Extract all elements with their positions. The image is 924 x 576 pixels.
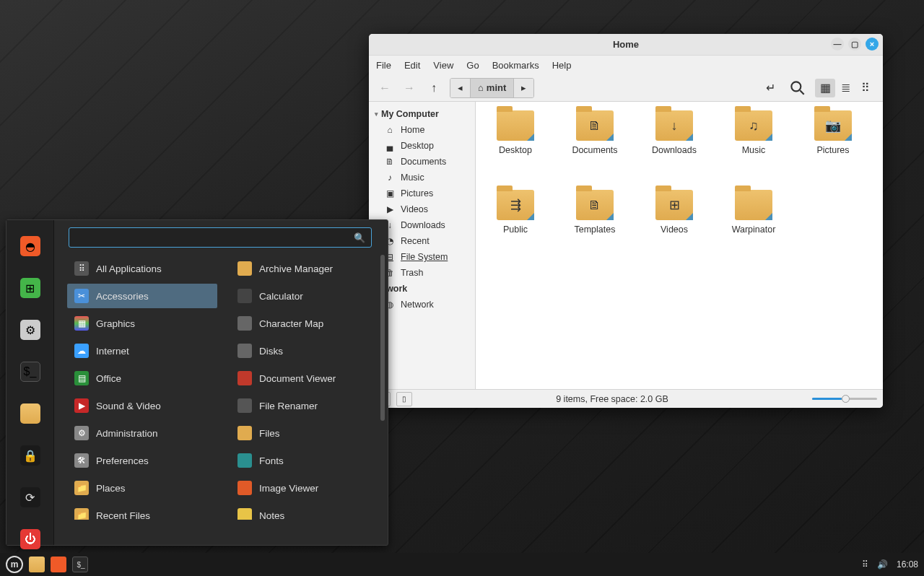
folder-videos[interactable]: ⊞Videos	[635, 190, 714, 269]
category-preferences[interactable]: 🛠Preferences	[67, 448, 217, 473]
sidebar-item-home[interactable]: ⌂Home	[369, 122, 475, 138]
folder-icon	[497, 110, 534, 141]
folder-downloads[interactable]: ↓Downloads	[635, 110, 714, 190]
maximize-button[interactable]: ▢	[848, 38, 861, 51]
folder-documents[interactable]: 🗎Documents	[555, 110, 635, 190]
close-button[interactable]: ×	[866, 38, 879, 51]
menu-edit[interactable]: Edit	[404, 60, 420, 71]
zoom-slider[interactable]	[812, 397, 877, 401]
app-disks[interactable]: Disks	[230, 339, 380, 363]
favorite-software-manager[interactable]: ⊞	[20, 278, 40, 298]
folder-templates[interactable]: 🗎Templates	[555, 190, 635, 269]
minimize-button[interactable]: —	[831, 38, 844, 51]
sidebar-item-pictures[interactable]: ▣Pictures	[369, 186, 475, 201]
favorite-power[interactable]: ⏻	[20, 529, 40, 549]
app-icon	[237, 289, 252, 303]
favorite-files[interactable]	[20, 403, 40, 424]
category-accessories[interactable]: ✂Accessories	[67, 284, 217, 308]
app-icon	[237, 398, 252, 413]
apps-scrollbar[interactable]	[380, 255, 385, 421]
app-label: Fonts	[259, 455, 284, 466]
category-internet[interactable]: ☁Internet	[67, 339, 217, 363]
app-icon	[237, 481, 252, 495]
dual-pane-button[interactable]: ▯	[396, 392, 412, 406]
app-notes[interactable]: Notes	[230, 503, 380, 520]
category-office[interactable]: ▤Office	[67, 366, 217, 390]
category-recent-files[interactable]: 📁Recent Files	[67, 503, 217, 520]
category-sound-video[interactable]: ▶Sound & Video	[67, 393, 217, 418]
search-button[interactable]	[788, 79, 808, 97]
app-file-renamer[interactable]: File Renamer	[230, 393, 380, 418]
favorite-logout[interactable]: ⟳	[20, 487, 40, 507]
folder-pictures[interactable]: 📷Pictures	[793, 110, 873, 190]
sidebar-header-computer[interactable]: ▾ My Computer	[369, 106, 475, 122]
network-tray-icon[interactable]: ⠿	[862, 559, 868, 570]
view-compact-button[interactable]: ⠿	[855, 79, 876, 97]
search-input[interactable]	[75, 232, 354, 243]
app-fonts[interactable]: Fonts	[230, 448, 380, 473]
app-archive-manager[interactable]: Archive Manager	[230, 256, 380, 281]
category-label: Sound & Video	[96, 401, 161, 411]
categories-column: ⠿All Applications✂Accessories▦Graphics☁I…	[67, 256, 217, 520]
nav-forward-button: →	[401, 79, 418, 97]
volume-tray-icon[interactable]: 🔊	[877, 559, 888, 570]
firefox-icon: ◓	[20, 236, 40, 256]
toggle-location-button[interactable]: ↵	[760, 79, 780, 97]
category-administration[interactable]: ⚙Administration	[67, 421, 217, 445]
desktop: Home — ▢ × File Edit View Go Bookmarks H…	[0, 0, 924, 576]
sidebar-item-label: Network	[401, 300, 434, 310]
start-button[interactable]: m	[6, 556, 23, 573]
folder-label: Templates	[575, 224, 616, 235]
menu-view[interactable]: View	[433, 60, 453, 71]
favorite-system-settings[interactable]: ⚙	[20, 320, 40, 340]
path-next-button[interactable]: ▸	[514, 79, 533, 97]
folder-icon: ↓	[655, 110, 693, 141]
sidebar-item-label: Music	[401, 173, 424, 183]
sidebar-item-videos[interactable]: ▶Videos	[369, 201, 475, 217]
favorite-terminal[interactable]: $_	[20, 362, 40, 382]
window-titlebar[interactable]: Home — ▢ ×	[369, 34, 883, 56]
path-bar: ◂ ⌂ mint ▸	[450, 78, 534, 98]
software-manager-icon: ⊞	[20, 278, 40, 298]
favorite-lock[interactable]: 🔒	[20, 445, 40, 466]
menu-go[interactable]: Go	[466, 60, 479, 71]
app-files[interactable]: Files	[230, 421, 380, 445]
folder-view[interactable]: Desktop🗎Documents↓Downloads♫Music📷Pictur…	[476, 102, 883, 389]
sidebar-item-desktop[interactable]: ▄Desktop	[369, 138, 475, 154]
menu-search[interactable]: 🔍	[69, 227, 372, 248]
path-segment-home[interactable]: ⌂ mint	[471, 79, 514, 97]
view-list-button[interactable]: ≣	[835, 79, 855, 97]
taskbar-files[interactable]	[29, 557, 45, 572]
folder-icon: ⊞	[655, 190, 693, 220]
sidebar-item-documents[interactable]: 🗎Documents	[369, 154, 475, 170]
app-icon	[237, 508, 252, 520]
path-prev-button[interactable]: ◂	[450, 79, 471, 97]
menu-file[interactable]: File	[376, 60, 391, 71]
folder-icon: 📷	[814, 110, 852, 141]
menu-help[interactable]: Help	[552, 60, 572, 71]
folder-warpinator[interactable]: Warpinator	[714, 190, 793, 269]
category-all-applications[interactable]: ⠿All Applications	[67, 256, 217, 281]
app-label: File Renamer	[259, 401, 318, 411]
menu-bookmarks[interactable]: Bookmarks	[492, 60, 539, 71]
svg-point-0	[791, 82, 801, 91]
folder-public[interactable]: ⇶Public	[476, 190, 555, 269]
clock[interactable]: 16:08	[897, 559, 918, 570]
nav-up-button[interactable]: ↑	[425, 79, 443, 97]
view-icons-button[interactable]: ▦	[815, 79, 835, 97]
category-graphics[interactable]: ▦Graphics	[67, 311, 217, 336]
folder-desktop[interactable]: Desktop	[476, 110, 555, 190]
sidebar-item-music[interactable]: ♪Music	[369, 170, 475, 186]
sidebar-item-label: Downloads	[401, 220, 445, 230]
app-document-viewer[interactable]: Document Viewer	[230, 366, 380, 390]
category-places[interactable]: 📁Places	[67, 476, 217, 500]
category-icon: 📁	[74, 508, 89, 520]
taskbar-terminal[interactable]: $_	[72, 557, 88, 572]
favorite-firefox[interactable]: ◓	[20, 236, 40, 256]
app-character-map[interactable]: Character Map	[230, 311, 380, 336]
search-icon	[788, 79, 808, 97]
app-image-viewer[interactable]: Image Viewer	[230, 476, 380, 500]
taskbar-firefox[interactable]	[51, 557, 66, 572]
folder-music[interactable]: ♫Music	[714, 110, 793, 190]
app-calculator[interactable]: Calculator	[230, 284, 380, 308]
